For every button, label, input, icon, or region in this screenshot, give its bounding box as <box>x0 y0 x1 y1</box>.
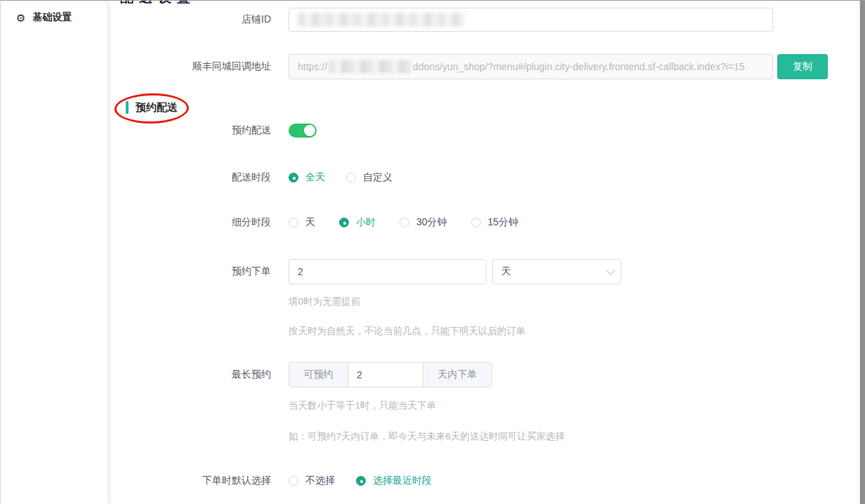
max-reserve-group: 可预约 2 天内下单 <box>289 362 492 387</box>
shop-id-row: 店铺ID <box>107 8 860 32</box>
radio-icon <box>346 173 356 183</box>
scrollbar[interactable] <box>859 1 865 504</box>
radio-icon <box>289 173 298 183</box>
max-reserve-prepend: 可预约 <box>289 363 348 387</box>
reserve-delivery-toggle[interactable] <box>289 124 317 138</box>
radio-custom[interactable]: 自定义 <box>346 171 392 184</box>
shop-id-label: 店铺ID <box>107 13 271 26</box>
default-select-row: 下单时默认选择 不选择 选择最近时段 <box>107 475 860 487</box>
max-reserve-help-1: 当天数小于等于1时，只能当天下单 <box>289 399 436 412</box>
sidebar: ⚙ 基础设置 <box>1 1 107 504</box>
sidebar-item-label: 基础设置 <box>32 11 72 24</box>
help-row: 按天时为自然天，不论当前几点，只能下明天以后的订单 <box>107 325 860 338</box>
settings-form: 店铺ID 顺丰同城回调地址 https:// ddons/yun_shop/?m… <box>107 1 860 504</box>
max-reserve-append: 天内下单 <box>423 363 491 387</box>
delivery-period-row: 配送时段 全天 自定义 <box>107 171 860 184</box>
redacted-shop-id-value <box>298 13 465 27</box>
page-title-clipped: 配送设置 <box>120 1 275 4</box>
sf-callback-label: 顺丰同城回调地址 <box>107 60 271 73</box>
max-reserve-input[interactable]: 2 <box>348 363 423 387</box>
max-reserve-help-2: 如：可预约7天内订单，即今天与未来6天的送达时间可让买家选择 <box>289 430 564 443</box>
radio-all-day[interactable]: 全天 <box>289 171 325 184</box>
max-reserve-label: 最长预约 <box>107 369 271 381</box>
reserve-order-row: 预约下单 2 天 <box>107 259 860 284</box>
reserve-toggle-label: 预约配送 <box>107 124 271 137</box>
default-select-label: 下单时默认选择 <box>107 475 271 487</box>
radio-day[interactable]: 天 <box>289 216 315 229</box>
sf-callback-url-input[interactable]: https:// ddons/yun_shop/?menu#/plugin.ci… <box>289 54 773 79</box>
gear-icon: ⚙ <box>16 13 25 23</box>
radio-nearest-period[interactable]: 选择最近时段 <box>356 475 432 487</box>
sf-callback-row: 顺丰同城回调地址 https:// ddons/yun_shop/?menu#/… <box>107 54 860 79</box>
radio-30min[interactable]: 30分钟 <box>400 216 447 229</box>
reserve-order-help-1: 填0时为无需提前 <box>289 296 360 308</box>
reserve-order-input[interactable]: 2 <box>289 259 487 284</box>
help-row: 当天数小于等于1时，只能当天下单 <box>107 399 860 412</box>
copy-button[interactable]: 复制 <box>777 54 828 79</box>
delivery-period-label: 配送时段 <box>107 171 271 184</box>
help-row: 如：可预约7天内订单，即今天与未来6天的送达时间可让买家选择 <box>107 430 860 443</box>
sub-period-label: 细分时段 <box>107 216 271 229</box>
radio-15min[interactable]: 15分钟 <box>471 216 519 229</box>
shop-id-input[interactable] <box>289 8 773 32</box>
section-title: 预约配送 <box>136 101 178 114</box>
radio-icon <box>471 218 481 227</box>
radio-icon <box>400 218 409 227</box>
max-reserve-row: 最长预约 可预约 2 天内下单 <box>107 362 860 387</box>
reserve-order-help-2: 按天时为自然天，不论当前几点，只能下明天以后的订单 <box>289 325 526 338</box>
sidebar-item-basic-settings[interactable]: ⚙ 基础设置 <box>1 1 107 24</box>
radio-icon <box>356 476 366 486</box>
url-suffix: ddons/yun_shop/?menu#/plugin.city-delive… <box>413 61 745 72</box>
sub-period-row: 细分时段 天 小时 30分钟 15分钟 <box>107 216 860 229</box>
reserve-order-label: 预约下单 <box>107 265 271 278</box>
help-row: 填0时为无需提前 <box>107 296 860 308</box>
radio-no-select[interactable]: 不选择 <box>289 475 335 487</box>
radio-hour[interactable]: 小时 <box>339 216 376 229</box>
url-prefix: https:// <box>298 61 327 72</box>
radio-icon <box>289 218 298 227</box>
radio-icon <box>339 218 349 227</box>
radio-icon <box>289 476 298 486</box>
reserve-toggle-row: 预约配送 <box>107 124 860 138</box>
section-header: 预约配送 <box>126 100 860 115</box>
reserve-order-unit-select[interactable]: 天 <box>492 259 621 284</box>
chevron-down-icon <box>606 266 615 275</box>
redacted-domain <box>329 60 411 73</box>
toggle-knob <box>304 125 315 136</box>
section-bar <box>126 101 128 114</box>
